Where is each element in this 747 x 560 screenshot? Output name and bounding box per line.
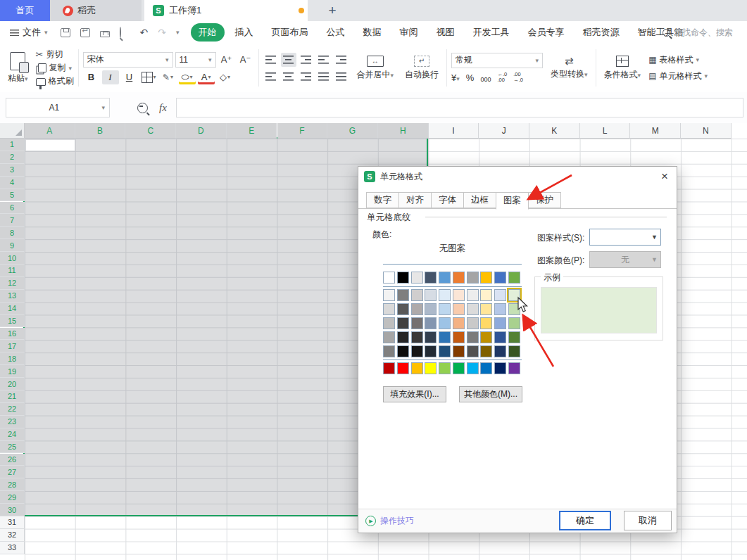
palette-swatch[interactable] [453,317,465,329]
dialog-tab-图案[interactable]: 图案 [496,192,529,210]
palette-swatch[interactable] [411,362,423,374]
dialog-tab-字体[interactable]: 字体 [431,192,464,208]
palette-swatch[interactable] [397,331,409,343]
menu-tab-数据[interactable]: 数据 [356,23,389,42]
eraser-button[interactable]: ◇▾ [217,70,234,84]
column-header-N[interactable]: N [681,123,732,139]
increase-font-icon[interactable]: A⁺ [218,53,235,67]
font-name-combo[interactable]: 宋体▾ [83,52,173,68]
export-icon[interactable] [80,28,90,37]
menu-tab-视图[interactable]: 视图 [429,23,463,42]
palette-swatch[interactable] [411,289,423,301]
palette-swatch[interactable] [439,345,451,357]
palette-swatch[interactable] [494,289,506,301]
palette-swatch[interactable] [508,272,520,284]
row-header-5[interactable]: 5 [0,189,25,202]
palette-swatch[interactable] [467,289,479,301]
bold-button[interactable]: B [83,70,100,84]
copy-button[interactable]: 复制▾ [36,62,74,74]
row-header-21[interactable]: 21 [0,390,25,403]
palette-swatch[interactable] [411,345,423,357]
row-header-26[interactable]: 26 [0,454,25,466]
palette-swatch[interactable] [383,345,395,357]
palette-swatch[interactable] [453,331,465,343]
column-header-M[interactable]: M [630,123,681,139]
row-header-33[interactable]: 33 [0,542,25,554]
palette-swatch[interactable] [439,303,451,315]
active-cell-a1[interactable] [26,140,75,151]
row-header-23[interactable]: 23 [0,416,25,428]
column-header-D[interactable]: D [176,123,227,139]
palette-swatch[interactable] [411,303,423,315]
row-header-13[interactable]: 13 [0,290,25,303]
palette-swatch[interactable] [397,289,409,301]
name-box[interactable]: A1 ▾ [6,98,110,117]
palette-swatch[interactable] [494,362,506,374]
italic-button[interactable]: I [102,70,119,84]
fill-effects-button[interactable]: 填充效果(I)... [383,386,446,402]
palette-swatch[interactable] [397,303,409,315]
indent-increase-icon[interactable] [334,53,349,67]
palette-swatch[interactable] [480,331,492,343]
wrap-text-button[interactable]: ↵ 自动换行 [401,54,442,82]
cancel-button[interactable]: 取消 [624,511,672,530]
decrease-decimal-icon[interactable]: .00→.0 [513,72,523,84]
palette-swatch[interactable] [439,272,451,284]
fill-color-button[interactable]: ⬭▾ [179,70,196,84]
row-header-16[interactable]: 16 [0,328,25,341]
more-colors-button[interactable]: 其他颜色(M)... [459,386,522,402]
align-right-icon[interactable] [299,70,314,84]
cell-style-button[interactable]: ▤单元格样式▾ [648,70,708,82]
row-header-32[interactable]: 32 [0,529,25,542]
palette-swatch[interactable] [480,289,492,301]
dialog-tab-数字[interactable]: 数字 [366,192,399,208]
customize-quick-access-icon[interactable]: ▾ [176,29,180,36]
menu-tab-开发工具[interactable]: 开发工具 [465,23,517,42]
palette-swatch[interactable] [480,303,492,315]
palette-swatch[interactable] [425,331,437,343]
formula-input[interactable] [176,98,743,117]
row-header-4[interactable]: 4 [0,177,25,189]
redo-icon[interactable]: ↷ [158,27,166,37]
palette-swatch[interactable] [425,272,437,284]
column-header-A[interactable]: A [25,123,75,139]
palette-swatch[interactable] [397,345,409,357]
row-header-31[interactable]: 31 [0,516,25,529]
font-size-combo[interactable]: 11▾ [175,52,216,68]
row-header-30[interactable]: 30 [0,504,25,516]
indent-decrease-icon[interactable] [316,53,332,67]
currency-icon[interactable]: ¥▾ [451,72,460,83]
column-header-F[interactable]: F [277,123,328,139]
palette-swatch[interactable] [383,362,395,374]
palette-swatch[interactable] [480,362,492,374]
palette-swatch[interactable] [453,289,465,301]
type-convert-button[interactable]: ⇄ 类型转换▾ [547,54,591,82]
row-header-12[interactable]: 12 [0,277,25,290]
row-header-19[interactable]: 19 [0,365,25,378]
palette-swatch[interactable] [425,345,437,357]
number-format-combo[interactable]: 常规▾ [451,53,543,68]
column-header-I[interactable]: I [429,123,479,139]
cut-button[interactable]: ✂剪切 [36,49,74,61]
column-header-K[interactable]: K [529,123,580,139]
ok-button[interactable]: 确定 [559,511,611,530]
conditional-format-button[interactable]: 条件格式▾ [601,54,645,82]
row-header-7[interactable]: 7 [0,214,25,227]
row-header-2[interactable]: 2 [0,151,25,164]
file-menu-button[interactable]: 文件 ▾ [0,26,54,39]
palette-swatch[interactable] [508,289,520,301]
palette-swatch[interactable] [425,362,437,374]
palette-swatch[interactable] [453,272,465,284]
select-all-corner[interactable] [0,123,25,139]
palette-swatch[interactable] [425,303,437,315]
underline-button[interactable]: U [121,70,138,84]
justify-icon[interactable] [316,70,332,84]
palette-swatch[interactable] [411,272,423,284]
palette-swatch[interactable] [494,345,506,357]
row-header-27[interactable]: 27 [0,466,25,478]
column-header-G[interactable]: G [327,123,378,139]
palette-swatch[interactable] [383,331,395,343]
palette-swatch[interactable] [480,272,492,284]
undo-icon[interactable]: ↶ [140,27,149,37]
increase-decimal-icon[interactable]: ←.0.00 [497,72,507,84]
